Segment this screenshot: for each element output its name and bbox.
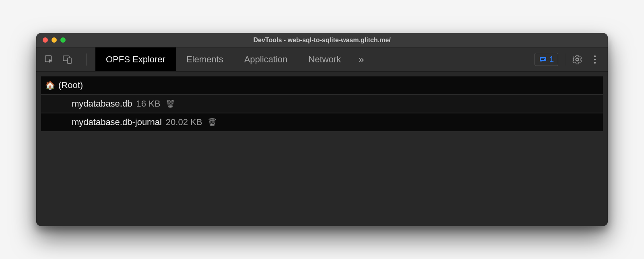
- close-window-button[interactable]: [43, 37, 48, 43]
- tabs-overflow-button[interactable]: »: [351, 47, 371, 71]
- devtools-toolbar: OPFS Explorer Elements Application Netwo…: [36, 47, 608, 72]
- tab-label: Elements: [186, 54, 223, 65]
- device-toggle-icon[interactable]: [62, 54, 73, 65]
- settings-button[interactable]: [572, 54, 583, 65]
- tree-root[interactable]: 🏠 (Root): [41, 76, 603, 94]
- file-size: 16 KB: [136, 99, 160, 109]
- issues-badge[interactable]: 1: [535, 53, 558, 66]
- minimize-window-button[interactable]: [52, 37, 57, 43]
- home-icon: 🏠: [45, 80, 55, 90]
- file-row[interactable]: mydatabase.db 16 KB 🗑️: [41, 95, 603, 113]
- svg-rect-3: [541, 58, 545, 59]
- file-size: 20.02 KB: [166, 117, 202, 127]
- chat-icon: [539, 56, 547, 64]
- root-label: (Root): [58, 80, 83, 90]
- inspect-element-icon[interactable]: [43, 54, 55, 65]
- svg-point-7: [594, 58, 596, 60]
- maximize-window-button[interactable]: [60, 37, 66, 43]
- toolbar-divider: [565, 53, 565, 66]
- opfs-explorer-panel: 🏠 (Root) mydatabase.db 16 KB 🗑️ mydataba…: [36, 72, 608, 226]
- tab-label: Network: [308, 54, 341, 65]
- toolbar-right: 1: [535, 53, 608, 66]
- titlebar: DevTools - web-sql-to-sqlite-wasm.glitch…: [36, 33, 608, 47]
- svg-rect-4: [541, 59, 544, 60]
- window-controls: [36, 37, 66, 43]
- tab-opfs-explorer[interactable]: OPFS Explorer: [95, 47, 176, 71]
- svg-point-8: [594, 62, 596, 63]
- gear-icon: [572, 55, 582, 64]
- file-name: mydatabase.db-journal: [72, 117, 162, 127]
- svg-point-5: [576, 58, 578, 61]
- kebab-icon: [594, 55, 596, 64]
- overflow-glyph: »: [359, 54, 364, 65]
- tab-application[interactable]: Application: [234, 47, 298, 71]
- issues-count: 1: [549, 55, 554, 64]
- trash-icon[interactable]: 🗑️: [166, 99, 175, 108]
- tab-label: Application: [244, 54, 288, 65]
- tab-label: OPFS Explorer: [106, 54, 165, 65]
- toolbar-left: [36, 53, 95, 66]
- panel-tabs: OPFS Explorer Elements Application Netwo…: [95, 47, 371, 71]
- devtools-window: DevTools - web-sql-to-sqlite-wasm.glitch…: [36, 33, 608, 226]
- file-row[interactable]: mydatabase.db-journal 20.02 KB 🗑️: [41, 113, 603, 131]
- toolbar-divider: [86, 53, 87, 66]
- svg-point-6: [594, 55, 596, 57]
- file-name: mydatabase.db: [72, 99, 132, 109]
- tab-network[interactable]: Network: [298, 47, 351, 71]
- window-title: DevTools - web-sql-to-sqlite-wasm.glitch…: [36, 37, 608, 44]
- more-menu-button[interactable]: [589, 54, 601, 65]
- svg-rect-2: [68, 58, 71, 64]
- tab-elements[interactable]: Elements: [176, 47, 234, 71]
- trash-icon[interactable]: 🗑️: [208, 118, 217, 127]
